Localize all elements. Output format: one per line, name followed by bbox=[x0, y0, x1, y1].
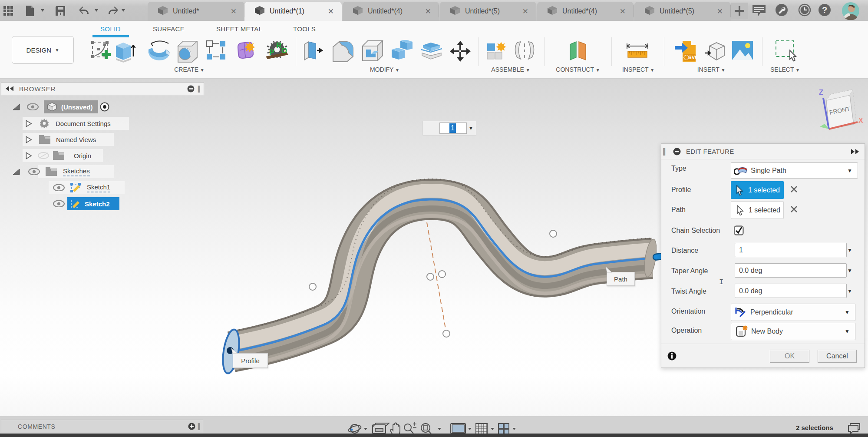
svg-text:Z: Z bbox=[819, 89, 823, 96]
svg-text:O: O bbox=[281, 46, 287, 55]
svg-text:SVG: SVG bbox=[688, 55, 696, 60]
svg-text:X: X bbox=[858, 117, 863, 124]
svg-text:R: R bbox=[276, 41, 281, 50]
svg-text:?: ? bbox=[822, 5, 827, 15]
svg-text:P: P bbox=[269, 48, 274, 56]
